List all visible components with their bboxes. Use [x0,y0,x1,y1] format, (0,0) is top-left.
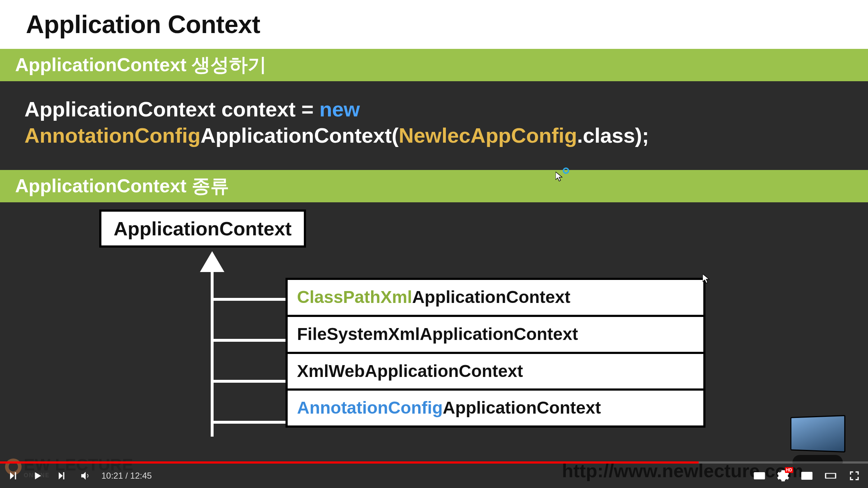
child-suffix: ApplicationContext [412,287,570,307]
current-time: 10:21 [101,471,123,480]
diagram-connector-h2 [212,339,285,342]
child-prefix: AnnotationConfig [297,398,443,417]
code-line-1: ApplicationContext context = new [24,96,844,123]
diagram-connector-h4 [212,421,285,424]
inheritance-arrow-icon [200,251,224,272]
title-bar: Application Context [0,0,868,49]
busy-ring-icon [563,167,569,174]
page-title: Application Context [26,10,842,39]
section2-header: ApplicationContext 종류 [0,170,868,202]
fullscreen-button[interactable] [847,469,862,483]
next-button[interactable] [54,469,68,483]
settings-button[interactable]: HD [776,469,790,483]
diagram-child-4: AnnotationConfigApplicationContext [285,388,705,425]
diagram-connector-h3 [212,380,285,383]
subtitles-button[interactable] [752,469,767,483]
diagram-children: ClassPathXmlApplicationContext FileSyste… [285,278,705,428]
child-prefix: ClassPathXml [297,287,412,307]
code-text: .class); [577,124,649,147]
child-suffix: ApplicationContext [443,398,601,417]
code-keyword-new: new [319,97,360,121]
code-block: ApplicationContext context = new Annotat… [0,81,868,170]
diagram-area: ApplicationContext ClassPathXmlApplicati… [0,202,868,454]
video-frame: Application Context ApplicationContext 생… [0,0,868,488]
code-text: ApplicationContext( [201,124,399,147]
time-display: 10:21 / 12:45 [101,471,152,481]
child-suffix: FileSystemXmlApplicationContext [297,324,578,344]
child-suffix: XmlWebApplicationContext [297,362,523,381]
volume-button[interactable] [78,469,92,483]
player-bar: 10:21 / 12:45 HD [0,464,868,488]
duration: 12:45 [130,471,152,480]
theater-button[interactable] [823,469,838,483]
section1-header: ApplicationContext 생성하기 [0,49,868,81]
diagram-child-1: ClassPathXmlApplicationContext [285,278,705,315]
diagram-child-3: XmlWebApplicationContext [285,352,705,389]
hd-badge: HD [785,467,793,473]
code-classname-part: AnnotationConfig [24,124,201,147]
diagram-connector-vertical [211,271,214,437]
diagram-child-2: FileSystemXmlApplicationContext [285,315,705,352]
diagram-parent-box: ApplicationContext [99,210,306,248]
code-classname-arg: NewlecAppConfig [399,124,577,147]
miniplayer-button[interactable] [800,469,814,483]
code-text: ApplicationContext context = [24,97,319,121]
code-line-2: AnnotationConfigApplicationContext(Newle… [24,123,844,149]
play-button[interactable] [30,469,45,483]
diagram-connector-h1 [212,298,285,301]
prev-button[interactable] [6,469,21,483]
